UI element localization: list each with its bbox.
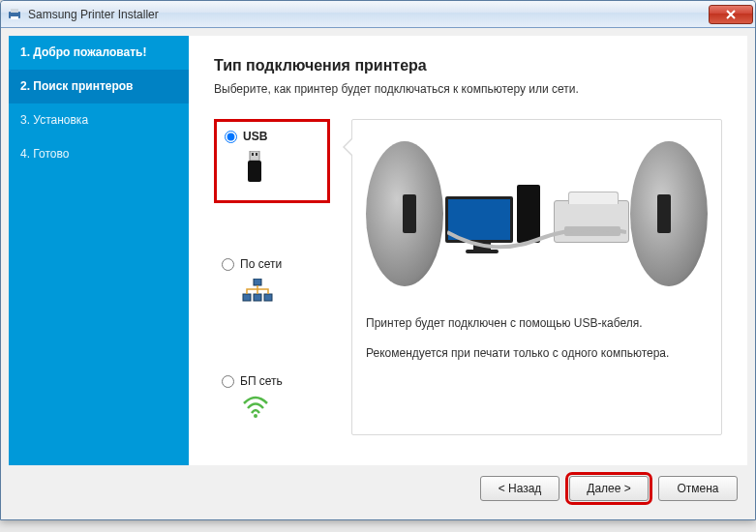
client-area: 1. Добро пожаловать! 2. Поиск принтеров … bbox=[1, 28, 755, 519]
svg-rect-7 bbox=[254, 279, 261, 285]
network-icon bbox=[241, 279, 274, 307]
preview-text-2: Рекомендуется при печати только с одного… bbox=[366, 345, 708, 362]
connection-options: USB По сети bbox=[214, 119, 330, 435]
option-wireless[interactable]: БП сеть bbox=[214, 367, 330, 435]
radio-wireless[interactable] bbox=[222, 375, 234, 388]
step-search-printers: 2. Поиск принтеров bbox=[9, 70, 189, 103]
step-install: 3. Установка bbox=[9, 103, 189, 137]
svg-rect-3 bbox=[250, 151, 259, 161]
radio-usb[interactable] bbox=[225, 131, 237, 143]
option-usb-label: USB bbox=[243, 130, 267, 143]
cancel-button[interactable]: Отмена bbox=[658, 476, 738, 501]
svg-rect-4 bbox=[252, 153, 254, 156]
svg-rect-6 bbox=[248, 161, 261, 182]
content-panel: Тип подключения принтера Выберите, как п… bbox=[189, 36, 747, 465]
svg-rect-2 bbox=[11, 16, 18, 19]
window-title: Samsung Printer Installer bbox=[28, 8, 709, 21]
option-network-label: По сети bbox=[240, 257, 282, 271]
usb-cable-icon bbox=[447, 228, 626, 251]
svg-point-11 bbox=[254, 414, 257, 418]
radio-network[interactable] bbox=[222, 258, 234, 271]
pc-port-icon bbox=[366, 141, 443, 286]
titlebar[interactable]: Samsung Printer Installer bbox=[1, 1, 755, 28]
wifi-icon bbox=[241, 396, 270, 422]
close-button[interactable] bbox=[709, 5, 753, 24]
svg-rect-1 bbox=[11, 9, 18, 13]
sidebar: 1. Добро пожаловать! 2. Поиск принтеров … bbox=[9, 36, 189, 465]
svg-rect-10 bbox=[264, 294, 272, 301]
option-wireless-label: БП сеть bbox=[240, 374, 283, 388]
installer-window: Samsung Printer Installer 1. Добро пожал… bbox=[0, 0, 756, 520]
connection-illustration bbox=[366, 132, 708, 296]
printer-port-icon bbox=[630, 141, 708, 286]
step-welcome: 1. Добро пожаловать! bbox=[9, 36, 189, 70]
footer: < Назад Далее > Отмена bbox=[9, 465, 747, 512]
step-done: 4. Готово bbox=[9, 137, 189, 171]
page-title: Тип подключения принтера bbox=[214, 57, 722, 74]
svg-rect-9 bbox=[254, 294, 261, 301]
preview-panel: Принтер будет подключен с помощью USB-ка… bbox=[351, 119, 722, 435]
option-usb[interactable]: USB bbox=[214, 119, 330, 203]
svg-rect-8 bbox=[243, 294, 251, 301]
page-subtitle: Выберите, как принтер будет подключаться… bbox=[214, 82, 722, 96]
svg-rect-5 bbox=[256, 153, 257, 156]
usb-icon bbox=[244, 151, 265, 187]
app-icon bbox=[7, 7, 22, 22]
preview-text-1: Принтер будет подключен с помощью USB-ка… bbox=[366, 315, 708, 332]
back-button[interactable]: < Назад bbox=[480, 476, 559, 501]
next-button[interactable]: Далее > bbox=[569, 476, 649, 501]
option-network[interactable]: По сети bbox=[214, 250, 330, 320]
